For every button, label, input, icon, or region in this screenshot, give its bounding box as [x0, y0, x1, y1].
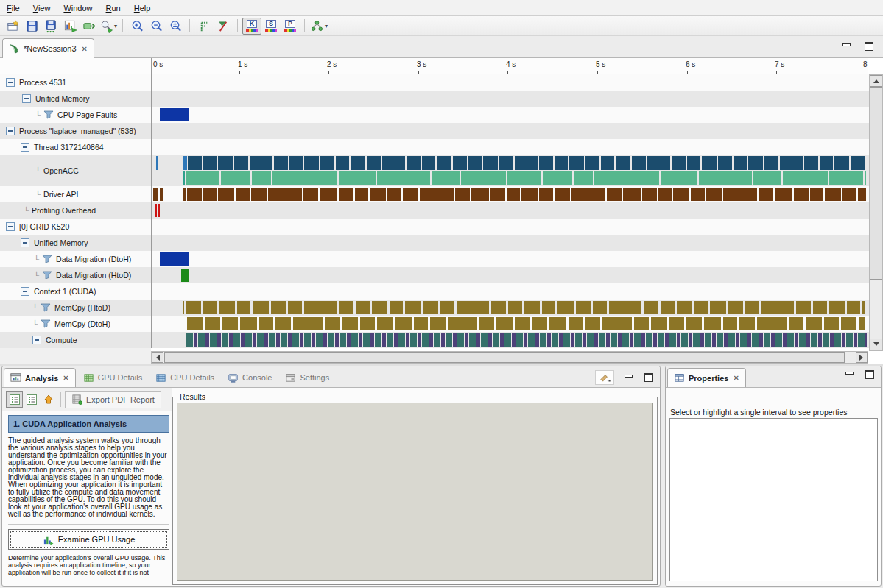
minimize-button[interactable]: [624, 373, 634, 382]
hscroll-thumb[interactable]: [164, 352, 845, 363]
interval-bar[interactable]: [585, 156, 599, 170]
interval-bar[interactable]: [704, 317, 721, 330]
interval-bar[interactable]: [717, 333, 723, 347]
interval-bar[interactable]: [160, 108, 189, 121]
interval-bar[interactable]: [661, 301, 675, 314]
interval-bar[interactable]: [375, 333, 381, 347]
interval-bar[interactable]: [218, 156, 233, 170]
interval-bar[interactable]: [405, 301, 421, 314]
row-label[interactable]: └MemCpy (HtoD): [0, 300, 151, 316]
row-timeline[interactable]: [151, 123, 869, 139]
collapse-toggle-icon[interactable]: [6, 127, 15, 135]
interval-bar[interactable]: [524, 333, 527, 347]
interval-bar[interactable]: [293, 317, 323, 330]
interval-bar[interactable]: [712, 333, 716, 347]
filter-icon[interactable]: [42, 255, 52, 263]
interval-bar[interactable]: [198, 333, 205, 347]
interval-bar[interactable]: [611, 333, 617, 347]
interval-bar[interactable]: [606, 333, 610, 347]
row-label[interactable]: Unified Memory: [0, 235, 151, 251]
interval-bar[interactable]: [406, 333, 409, 347]
row-timeline[interactable]: [151, 91, 869, 107]
interval-bar[interactable]: [422, 333, 429, 347]
interval-bar[interactable]: [723, 317, 737, 330]
close-icon[interactable]: ✕: [63, 374, 68, 382]
interval-bar[interactable]: [187, 188, 202, 201]
interval-bar[interactable]: [535, 333, 539, 347]
interval-bar[interactable]: [806, 317, 822, 330]
row-timeline[interactable]: [151, 186, 869, 202]
interval-bar[interactable]: [724, 333, 728, 347]
interval-bar[interactable]: [496, 317, 513, 330]
interval-bar[interactable]: [203, 301, 217, 314]
interval-bar[interactable]: [851, 156, 865, 170]
interval-bar[interactable]: [240, 317, 257, 330]
horizontal-scrollbar[interactable]: [151, 351, 868, 364]
interval-bar[interactable]: [862, 301, 865, 314]
interval-bar[interactable]: [594, 333, 598, 347]
interval-bar[interactable]: [323, 333, 327, 347]
interval-bar[interactable]: [377, 171, 430, 185]
filter-icon[interactable]: [41, 303, 51, 312]
interval-bar[interactable]: [372, 301, 387, 314]
interval-bar[interactable]: [507, 188, 520, 201]
interval-bar[interactable]: [706, 188, 722, 201]
interval-bar[interactable]: [325, 317, 340, 330]
interval-bar[interactable]: [602, 317, 632, 330]
guided-analysis-button[interactable]: [6, 391, 23, 408]
interval-bar[interactable]: [644, 301, 658, 314]
interval-bar[interactable]: [694, 301, 708, 314]
interval-bar[interactable]: [669, 333, 676, 347]
interval-bar[interactable]: [681, 333, 688, 347]
interval-bar[interactable]: [549, 317, 566, 330]
minimize-button[interactable]: [842, 42, 852, 51]
interval-bar[interactable]: [155, 204, 157, 217]
interval-bar[interactable]: [422, 156, 435, 170]
row-timeline[interactable]: [151, 107, 869, 123]
interval-bar[interactable]: [203, 156, 217, 170]
interval-bar[interactable]: [457, 301, 489, 314]
interval-bar[interactable]: [540, 333, 546, 347]
interval-bar[interactable]: [842, 188, 856, 201]
interval-bar[interactable]: [320, 156, 334, 170]
interval-bar[interactable]: [398, 333, 405, 347]
interval-bar[interactable]: [237, 301, 250, 314]
view-menu-button[interactable]: [595, 370, 614, 385]
interval-bar[interactable]: [829, 171, 863, 185]
zoom-fit-button[interactable]: [166, 18, 185, 35]
collapse-toggle-icon[interactable]: [21, 143, 29, 152]
interval-bar[interactable]: [686, 317, 702, 330]
interval-bar[interactable]: [669, 317, 684, 330]
interval-bar[interactable]: [183, 301, 184, 314]
interval-bar[interactable]: [508, 301, 522, 314]
interval-bar[interactable]: [775, 333, 782, 347]
interval-bar[interactable]: [250, 156, 272, 170]
interval-bar[interactable]: [647, 156, 670, 170]
interval-bar[interactable]: [691, 188, 705, 201]
interval-bar[interactable]: [493, 333, 499, 347]
interval-bar[interactable]: [622, 333, 629, 347]
menu-help[interactable]: Help: [127, 2, 158, 14]
interval-bar[interactable]: [312, 333, 315, 347]
interval-bar[interactable]: [723, 188, 757, 201]
kernel-coloring-button[interactable]: K: [242, 18, 261, 35]
row-label[interactable]: └MemCpy (DtoH): [0, 316, 151, 332]
interval-bar[interactable]: [609, 301, 641, 314]
interval-bar[interactable]: [430, 317, 446, 330]
collapse-toggle-icon[interactable]: [6, 222, 15, 231]
new-session-button[interactable]: [3, 18, 22, 35]
interval-bar[interactable]: [370, 188, 386, 201]
interval-bar[interactable]: [221, 171, 250, 185]
interval-bar[interactable]: [339, 301, 353, 314]
interval-bar[interactable]: [488, 333, 492, 347]
interval-bar[interactable]: [728, 333, 735, 347]
menu-run[interactable]: Run: [99, 2, 127, 14]
interval-bar[interactable]: [499, 156, 513, 170]
interval-bar[interactable]: [377, 317, 393, 330]
interval-bar[interactable]: [276, 333, 280, 347]
interval-bar[interactable]: [367, 156, 381, 170]
interval-bar[interactable]: [601, 156, 614, 170]
interval-bar[interactable]: [559, 333, 563, 347]
tab-properties[interactable]: Properties ✕: [667, 368, 746, 387]
interval-bar[interactable]: [328, 333, 334, 347]
